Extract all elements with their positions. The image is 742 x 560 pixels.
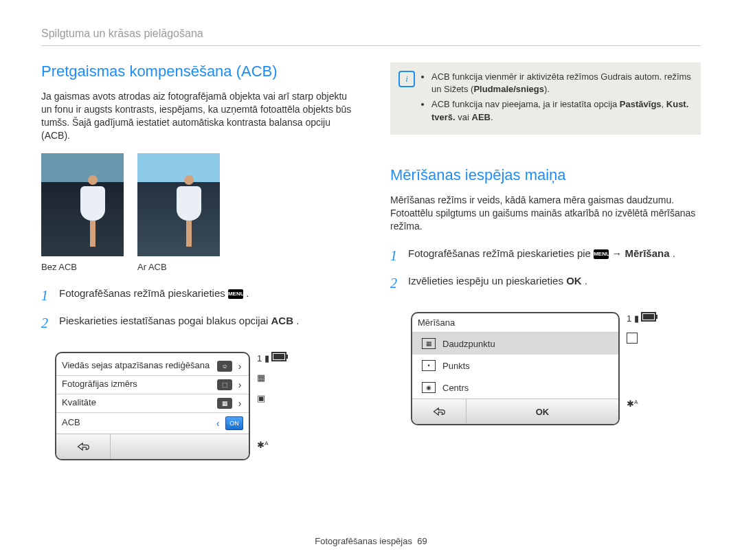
memory-card-icon: ▮ (634, 313, 639, 324)
metering-options-panel: Mērīšana ▦ Daudzpunktu • Punkts ◉ Centrs (411, 312, 620, 425)
settings-row-quality[interactable]: Kvalitāte ▦ › (56, 394, 249, 413)
settings-row-photo-size[interactable]: Fotogrāfijas izmērs ⬚ › (56, 376, 249, 394)
step-text-end: . (673, 247, 675, 259)
page-footer: Fotografēšanas iespējas 69 (0, 536, 742, 546)
acb-note-box: i ACB funkcija vienmēr ir aktivizēta rež… (390, 63, 701, 135)
step-text: Pieskarieties iestatīšanas pogai blakus … (59, 315, 271, 326)
step-text-end: . (296, 315, 299, 326)
flash-auto-icon: ✱ᴬ (257, 440, 269, 450)
step-text: Izvēlieties iespēju un pieskarieties (408, 275, 566, 287)
acb-toggle-on[interactable]: ON (225, 416, 243, 430)
step-number: 2 (41, 313, 52, 333)
multi-metering-icon: ▦ (422, 338, 436, 349)
step-number: 1 (390, 246, 401, 265)
grid-indicator-icon: ▦ (257, 372, 265, 383)
flash-auto-icon: ✱ᴬ (627, 399, 638, 409)
battery-icon (641, 312, 656, 322)
step-arrow: → (611, 247, 625, 259)
chevron-right-icon: › (236, 361, 243, 372)
focus-indicator-icon (627, 333, 638, 344)
panel-title: Mērīšana (412, 313, 618, 333)
metering-option-center[interactable]: ◉ Centrs (412, 377, 618, 399)
page-header: Spilgtuma un krāsas pielāgošana (41, 27, 701, 46)
acb-step-1: 1 Fotografēšanas režīmā pieskarieties ME… (41, 286, 352, 305)
metering-step-1: 1 Fotografēšanas režīmā pieskarieties pi… (390, 246, 701, 265)
metering-description: Mērīšanas režīms ir veids, kādā kamera m… (390, 194, 701, 233)
back-button[interactable] (412, 399, 466, 424)
back-arrow-icon (76, 441, 90, 452)
menu-icon: MENU (594, 249, 609, 259)
back-arrow-icon (432, 406, 446, 417)
step-number: 2 (390, 273, 401, 293)
step-text: Fotografēšanas režīmā pieskarieties pie (408, 247, 594, 259)
step-bold: ACB (271, 315, 294, 326)
center-metering-icon: ◉ (422, 382, 436, 393)
step-text: Fotografēšanas režīmā pieskarieties (59, 287, 228, 299)
example-image-with-acb (137, 153, 220, 256)
acb-section-title: Pretgaismas kompensēšana (ACB) (41, 63, 352, 80)
chevron-left-icon: ‹ (214, 418, 221, 429)
chevron-right-icon: › (236, 379, 243, 390)
battery-icon (271, 352, 286, 361)
note-bullet: ACB funkcija nav pieejama, ja ir iestatī… (431, 98, 691, 123)
example-image-without-acb (41, 153, 124, 256)
camera-settings-panel: Viedās sejas atpazīšanas rediģēšana ☺ › … (55, 352, 250, 460)
step-bold: Mērīšana (625, 247, 669, 259)
memory-card-icon: ▮ (265, 353, 269, 363)
acb-step-2: 2 Pieskarieties iestatīšanas pogai blaku… (41, 313, 352, 333)
step-text-end: . (246, 287, 249, 299)
step-text-end: . (585, 275, 587, 287)
face-recognition-icon: ☺ (217, 361, 232, 372)
menu-icon: MENU (228, 289, 243, 299)
note-bullet: ACB funkcija vienmēr ir aktivizēta režīm… (431, 71, 691, 96)
step-number: 1 (41, 286, 52, 305)
chevron-right-icon: › (236, 398, 243, 409)
metering-section-title: Mērīšanas iespējas maiņa (390, 166, 701, 184)
caption-with-acb: Ar ACB (137, 262, 220, 272)
ok-icon: OK (566, 273, 582, 288)
ok-button[interactable]: OK (466, 399, 618, 424)
photo-size-icon: ⬚ (217, 379, 232, 390)
settings-row-face-recognition[interactable]: Viedās sejas atpazīšanas rediģēšana ☺ › (56, 357, 249, 376)
settings-row-acb[interactable]: ACB ‹ ON (56, 413, 249, 434)
acb-example-images (41, 153, 352, 256)
metering-option-multi[interactable]: ▦ Daudzpunktu (412, 333, 618, 355)
info-icon: i (398, 71, 415, 87)
back-button[interactable] (56, 434, 111, 459)
acb-description: Ja gaismas avots atrodas aiz fotografēja… (41, 90, 352, 142)
metering-option-spot[interactable]: • Punkts (412, 355, 618, 377)
center-indicator-icon: ▣ (257, 393, 265, 403)
caption-without-acb: Bez ACB (41, 262, 124, 272)
settings-side-indicators: 1 ▮ ▦ ▣ ✱ᴬ (257, 352, 286, 460)
panel-spacer (111, 434, 249, 459)
spot-metering-icon: • (422, 360, 436, 371)
metering-step-2: 2 Izvēlieties iespēju un pieskarieties O… (390, 273, 701, 293)
quality-icon: ▦ (217, 398, 232, 409)
metering-side-indicators: 1 ▮ ✱ᴬ (627, 312, 656, 419)
